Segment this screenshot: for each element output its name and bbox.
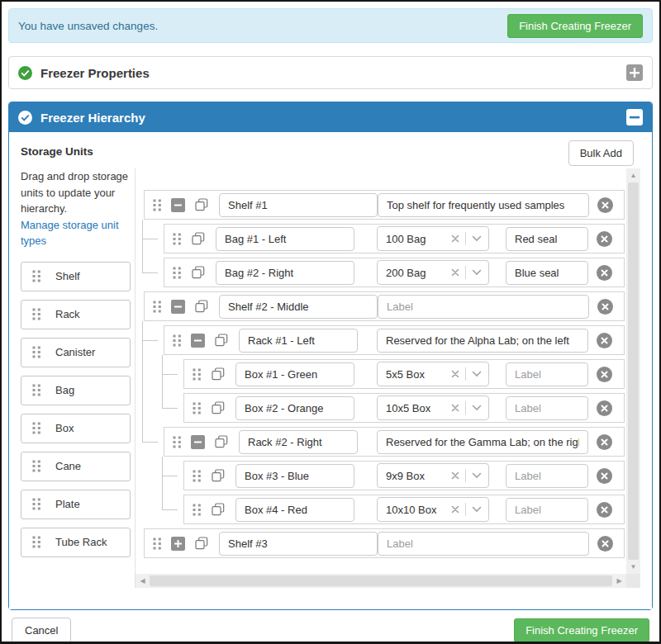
unit-name-input[interactable] <box>219 295 378 319</box>
clear-icon[interactable] <box>449 404 465 412</box>
collapse-button[interactable] <box>191 435 205 449</box>
scroll-right-arrow-icon[interactable]: ▶ <box>612 574 626 588</box>
duplicate-button[interactable] <box>212 367 225 381</box>
unit-type-select[interactable]: 10x10 Box <box>377 497 489 522</box>
duplicate-button[interactable] <box>195 300 208 313</box>
remove-button[interactable] <box>597 434 612 450</box>
drag-handle-icon[interactable] <box>173 436 182 448</box>
unit-name-input[interactable] <box>239 329 358 353</box>
unit-label-input[interactable] <box>506 227 588 251</box>
remove-button[interactable] <box>597 333 612 348</box>
finish-creating-freezer-button-bottom[interactable]: Finish Creating Freezer <box>514 618 649 642</box>
unit-name-input[interactable] <box>239 430 358 454</box>
expand-button[interactable] <box>171 537 185 551</box>
remove-button[interactable] <box>597 231 612 247</box>
chevron-down-icon[interactable] <box>466 472 482 479</box>
storage-unit-cane[interactable]: Cane <box>21 452 131 481</box>
expand-panel-button[interactable] <box>626 64 643 81</box>
unit-type-select[interactable]: 200 Bag <box>377 260 489 285</box>
unit-name-input[interactable] <box>235 396 354 420</box>
unit-name-input[interactable] <box>235 464 354 488</box>
drag-handle-icon[interactable] <box>173 267 182 279</box>
freezer-properties-panel[interactable]: Freezer Properties <box>8 56 653 89</box>
storage-unit-box[interactable]: Box <box>21 414 131 443</box>
drag-handle-icon[interactable] <box>193 368 202 381</box>
remove-button[interactable] <box>597 536 613 552</box>
unit-type-select[interactable]: 100 Bag <box>377 226 489 251</box>
remove-button[interactable] <box>597 468 612 484</box>
unit-label-input[interactable] <box>506 396 588 420</box>
vertical-scroll-thumb[interactable] <box>628 182 639 560</box>
storage-unit-shelf[interactable]: Shelf <box>21 262 131 291</box>
unit-type-select[interactable]: 9x9 Box <box>377 463 489 488</box>
storage-unit-canister[interactable]: Canister <box>21 338 131 367</box>
finish-creating-freezer-button-top[interactable]: Finish Creating Freezer <box>507 14 643 38</box>
unit-label-input[interactable] <box>377 430 588 454</box>
chevron-down-icon[interactable] <box>466 235 482 242</box>
unit-label-input[interactable] <box>506 261 588 285</box>
clear-icon[interactable] <box>449 471 465 480</box>
duplicate-button[interactable] <box>192 232 205 245</box>
unit-label-input[interactable] <box>378 295 589 319</box>
unit-label-input[interactable] <box>377 329 588 353</box>
unit-name-input[interactable] <box>216 261 354 285</box>
bulk-add-button[interactable]: Bulk Add <box>568 140 634 166</box>
drag-handle-icon[interactable] <box>193 402 202 414</box>
unit-type-select[interactable]: 5x5 Box <box>377 362 489 386</box>
duplicate-button[interactable] <box>195 198 208 211</box>
remove-button[interactable] <box>597 197 613 213</box>
remove-button[interactable] <box>597 299 613 315</box>
duplicate-button[interactable] <box>212 401 225 414</box>
collapse-button[interactable] <box>171 198 185 212</box>
drag-handle-icon[interactable] <box>173 233 182 245</box>
storage-unit-tube-rack[interactable]: Tube Rack <box>21 528 131 557</box>
duplicate-button[interactable] <box>195 537 208 550</box>
unit-label-input[interactable] <box>378 532 589 556</box>
duplicate-button[interactable] <box>192 266 205 279</box>
storage-unit-rack[interactable]: Rack <box>21 300 131 329</box>
clear-icon[interactable] <box>449 370 465 378</box>
unit-name-input[interactable] <box>219 532 378 556</box>
horizontal-scroll-thumb[interactable] <box>150 575 612 586</box>
remove-button[interactable] <box>597 400 612 416</box>
unit-name-input[interactable] <box>219 193 378 217</box>
unit-label-input[interactable] <box>506 498 588 522</box>
drag-handle-icon[interactable] <box>153 199 162 211</box>
chevron-down-icon[interactable] <box>466 506 482 513</box>
unit-label-input[interactable] <box>378 193 589 217</box>
storage-unit-bag[interactable]: Bag <box>21 376 131 405</box>
unit-type-select[interactable]: 10x5 Box <box>377 395 489 420</box>
manage-storage-unit-types-link[interactable]: Manage storage unit types <box>21 217 131 249</box>
duplicate-button[interactable] <box>212 469 225 482</box>
unit-name-input[interactable] <box>216 227 354 251</box>
duplicate-button[interactable] <box>215 334 228 347</box>
unit-label-input[interactable] <box>506 464 588 488</box>
duplicate-button[interactable] <box>215 435 228 448</box>
horizontal-scrollbar[interactable]: ◀ ▶ <box>136 574 626 588</box>
clear-icon[interactable] <box>449 505 465 514</box>
drag-handle-icon[interactable] <box>173 334 182 347</box>
remove-button[interactable] <box>597 265 612 281</box>
cancel-button[interactable]: Cancel <box>12 618 71 643</box>
collapse-button[interactable] <box>171 300 185 314</box>
clear-icon[interactable] <box>449 234 465 243</box>
scroll-down-arrow-icon[interactable]: ▼ <box>626 560 640 574</box>
storage-unit-plate[interactable]: Plate <box>21 490 131 519</box>
clear-icon[interactable] <box>449 268 465 277</box>
chevron-down-icon[interactable] <box>466 405 482 411</box>
collapse-button[interactable] <box>191 334 205 348</box>
collapse-panel-button[interactable] <box>626 109 643 125</box>
chevron-down-icon[interactable] <box>466 371 482 377</box>
unit-name-input[interactable] <box>235 498 354 522</box>
freezer-hierarchy-header[interactable]: Freezer Hierarchy <box>9 102 652 132</box>
drag-handle-icon[interactable] <box>193 504 202 516</box>
drag-handle-icon[interactable] <box>153 537 162 550</box>
chevron-down-icon[interactable] <box>466 269 482 276</box>
drag-handle-icon[interactable] <box>153 301 162 313</box>
remove-button[interactable] <box>597 502 612 518</box>
scroll-up-arrow-icon[interactable]: ▲ <box>626 168 640 182</box>
unit-label-input[interactable] <box>506 362 588 386</box>
drag-handle-icon[interactable] <box>193 470 202 482</box>
unit-name-input[interactable] <box>235 362 354 386</box>
duplicate-button[interactable] <box>212 503 225 516</box>
